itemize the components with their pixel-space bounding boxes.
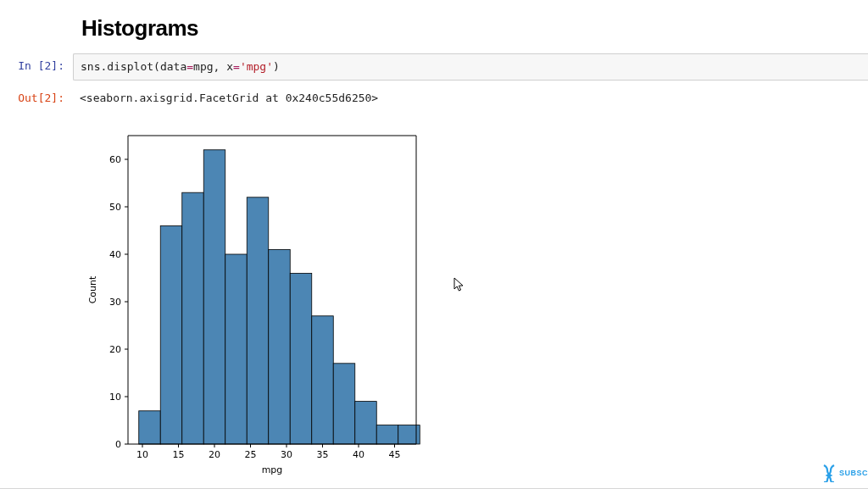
histogram-bar — [312, 316, 334, 444]
watermark-badge: SUBSC — [821, 464, 868, 482]
histogram-bar — [376, 425, 398, 444]
histogram-bar — [290, 273, 312, 444]
watermark-text: SUBSC — [839, 469, 868, 477]
x-tick-label: 30 — [281, 449, 292, 460]
x-tick-label: 10 — [136, 449, 148, 460]
x-tick-label: 45 — [389, 449, 401, 460]
page-title: Histograms — [81, 15, 868, 42]
histogram-bar — [203, 150, 225, 444]
x-tick-label: 20 — [209, 449, 220, 460]
histogram-bar — [225, 254, 248, 444]
output-repr-text: <seaborn.axisgrid.FacetGrid at 0x240c55d… — [73, 86, 868, 111]
input-cell-row: In [2]: sns.displot(data=mpg, x='mpg') — [0, 53, 868, 81]
output-cell-row: Out[2]: <seaborn.axisgrid.FacetGrid at 0… — [0, 86, 868, 111]
y-tick-label: 60 — [109, 154, 121, 165]
histogram-bar — [247, 197, 269, 444]
y-axis-label: Count — [87, 275, 98, 303]
histogram-bar — [160, 225, 182, 444]
output-prompt-label: Out[2]: — [0, 86, 73, 107]
code-input-area[interactable]: sns.displot(data=mpg, x='mpg') — [73, 53, 868, 81]
histogram-bar — [139, 411, 161, 444]
y-tick-label: 50 — [109, 202, 121, 213]
input-prompt-label: In [2]: — [0, 53, 73, 75]
histogram-bar — [333, 364, 355, 444]
histogram-plot: 01020304050601015202530354045mpgCount — [81, 119, 868, 485]
y-tick-label: 40 — [109, 249, 121, 260]
histogram-bar — [269, 249, 291, 444]
y-tick-label: 30 — [109, 297, 121, 308]
y-tick-label: 10 — [109, 392, 121, 403]
helix-icon — [821, 464, 837, 482]
histogram-bar — [182, 192, 204, 444]
x-tick-label: 25 — [245, 449, 257, 460]
x-tick-label: 15 — [173, 449, 185, 460]
x-tick-label: 40 — [353, 449, 364, 460]
x-tick-label: 35 — [317, 449, 329, 460]
y-tick-label: 20 — [109, 344, 121, 355]
x-axis-label: mpg — [262, 464, 283, 475]
histogram-bar — [355, 402, 377, 444]
y-tick-label: 0 — [115, 439, 121, 450]
